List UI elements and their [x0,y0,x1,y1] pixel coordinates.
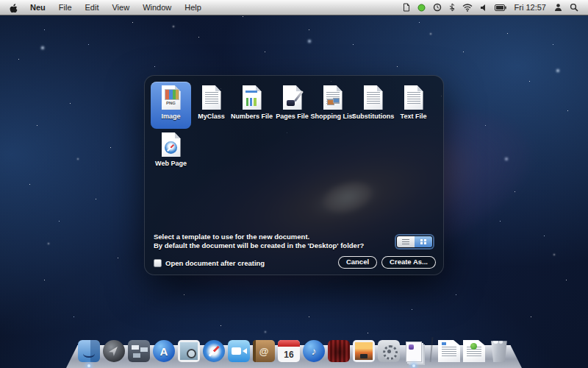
menu-window[interactable]: Window [136,0,178,15]
app-store-icon[interactable]: A [153,340,175,362]
ical-icon[interactable]: 16 [278,340,300,362]
bluetooth-icon[interactable] [445,0,459,15]
dock-divider [430,337,434,362]
app-menu-name[interactable]: Neu [24,0,52,15]
list-document-icon [323,85,343,110]
safari-icon[interactable] [203,340,225,362]
apple-menu-icon[interactable] [0,0,24,15]
document-file-2-icon[interactable] [463,340,485,362]
itunes-icon[interactable]: ♪ [303,340,325,362]
png-image-file-icon: PNG [162,85,181,110]
template-label: Substitutions [352,113,395,120]
template-label: Web Page [155,160,187,167]
trash-icon[interactable] [488,340,510,362]
dock: A @ 16 ♪ [66,333,522,368]
template-item-myclass[interactable]: MyClass [191,82,232,129]
menu-help[interactable]: Help [178,0,208,15]
template-item-shopping-list[interactable]: Shopping List [312,82,353,129]
open-after-creating-option: Open document after creating [154,259,265,267]
menu-bar: Neu File Edit View Window Help Fri 12:57 [0,0,588,15]
numbers-document-icon [243,85,262,110]
itunes-note-glyph: ♪ [312,345,317,357]
list-view-segment[interactable] [397,236,415,247]
menu-bar-left: Neu File Edit View Window Help [0,0,208,15]
iphoto-icon[interactable] [353,340,375,362]
facetime-icon[interactable] [228,340,250,362]
png-badge: PNG [162,101,181,105]
text-document-icon [404,85,423,110]
running-indicator [412,364,415,367]
address-book-icon[interactable]: @ [253,340,275,362]
template-item-image[interactable]: PNG Image [151,82,191,129]
template-label: Text File [401,113,427,120]
dialog-info-text: Select a template to use for the new doc… [154,233,364,250]
text-document-icon [364,85,383,110]
template-label: MyClass [198,113,225,120]
menu-clock[interactable]: Fri 12:57 [510,3,551,12]
create-as-button[interactable]: Create As... [381,256,436,269]
menu-edit[interactable]: Edit [79,0,106,15]
preview-icon[interactable] [178,340,200,362]
open-after-creating-checkbox[interactable] [154,259,162,267]
dialog-buttons: Cancel Create As... [338,256,436,269]
launchpad-icon[interactable] [103,340,125,362]
mission-control-icon[interactable] [128,340,150,362]
documents-app-icon[interactable] [403,340,425,362]
template-label: Numbers File [231,113,273,120]
finder-icon[interactable] [78,340,100,362]
pages-document-icon [283,85,302,110]
user-icon[interactable] [551,0,566,15]
menu-bar-status-area: Fri 12:57 [399,0,588,15]
new-document-dialog: PNG Image MyClass Numbers File Pages Fil… [144,75,444,275]
template-item-web-page[interactable]: Web Page [151,129,191,176]
battery-icon[interactable] [491,0,510,15]
template-grid: PNG Image MyClass Numbers File Pages Fil… [151,82,437,176]
green-status-icon[interactable] [414,0,429,15]
wifi-icon[interactable] [459,0,476,15]
calendar-day: 16 [284,347,293,362]
photo-booth-icon[interactable] [328,340,350,362]
text-document-icon [202,85,221,110]
template-item-text-file[interactable]: Text File [393,82,434,129]
checkbox-label: Open document after creating [165,259,265,267]
app-store-letter: A [160,345,168,358]
info-line-2: By default the document will be created … [154,241,364,250]
document-status-icon[interactable] [399,0,414,15]
template-item-numbers-file[interactable]: Numbers File [232,82,272,129]
dock-icons: A @ 16 ♪ [78,337,510,362]
template-item-pages-file[interactable]: Pages File [272,82,312,129]
running-indicator [87,364,90,367]
system-preferences-icon[interactable] [378,340,400,362]
time-machine-icon[interactable] [429,0,445,15]
template-label: Image [161,113,180,120]
volume-icon[interactable] [476,0,491,15]
info-line-1: Select a template to use for the new doc… [154,233,364,241]
grid-view-segment[interactable] [415,236,432,247]
cancel-button[interactable]: Cancel [338,256,377,269]
menu-view[interactable]: View [105,0,136,15]
template-label: Shopping List [311,113,355,120]
view-mode-segmented-control [396,236,433,248]
template-item-substitutions[interactable]: Substitutions [353,82,393,129]
document-file-icon[interactable] [438,340,460,362]
address-book-glyph: @ [259,346,269,357]
spotlight-icon[interactable] [566,0,582,15]
template-label: Pages File [276,113,309,120]
menu-file[interactable]: File [52,0,79,15]
web-document-icon [162,132,181,157]
